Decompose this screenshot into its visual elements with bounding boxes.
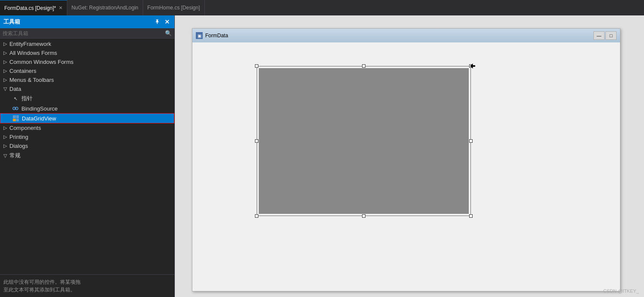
toolbox-search: 🔍 [0, 28, 174, 39]
form-maximize-button[interactable]: □ [605, 31, 617, 40]
close-icon[interactable]: ✕ [163, 18, 171, 25]
category-menus-toolbars-label: Menus & Toolbars [9, 77, 54, 83]
sidebar-item-entity-framework[interactable]: ▷ EntityFramework [0, 39, 174, 48]
tab-bar: FormData.cs [Design]* ✕ NuGet: Registrat… [0, 0, 644, 15]
arrow-icon: ▷ [3, 134, 7, 140]
sidebar-item-menus-toolbars[interactable]: ▷ Menus & Toolbars [0, 75, 174, 84]
tab-form-data[interactable]: FormData.cs [Design]* ✕ [0, 0, 67, 15]
toolbox-header-left: 工具箱 [3, 18, 20, 26]
sidebar-item-common-windows-forms[interactable]: ▷ Common Windows Forms [0, 57, 174, 66]
handle-top-center[interactable] [362, 64, 365, 68]
sidebar-item-data[interactable]: ▽ Data [0, 84, 174, 93]
search-input[interactable] [3, 30, 165, 36]
handle-bottom-center[interactable] [362, 214, 365, 218]
sidebar-item-general[interactable]: ▽ 常规 [0, 150, 174, 161]
main-area: 工具箱 🖈 ✕ 🔍 ▷ EntityFramework ▷ All Window… [0, 15, 644, 297]
item-binding-source-label: BindingSource [21, 105, 58, 112]
handle-top-right[interactable] [469, 64, 473, 68]
tab-form-data-label: FormData.cs [Design]* [4, 5, 56, 11]
cursor-icon: ↖ [12, 95, 19, 102]
arrow-icon: ▷ [3, 125, 7, 131]
arrow-icon: ▷ [3, 59, 7, 65]
sidebar-item-containers[interactable]: ▷ Containers [0, 66, 174, 75]
form-icon: ▣ [196, 32, 203, 39]
tab-form-data-close[interactable]: ✕ [59, 5, 63, 11]
design-canvas[interactable]: ▣ FormData — □ [175, 15, 644, 297]
arrow-icon: ▽ [3, 86, 7, 92]
category-data-label: Data [9, 86, 21, 92]
toolbox-item-binding-source[interactable]: BindingSource [0, 104, 174, 113]
form-icon-symbol: ▣ [198, 33, 201, 38]
handle-top-left[interactable] [255, 64, 258, 68]
toolbox-item-pointer[interactable]: ↖ 指针 [0, 93, 174, 104]
sidebar-item-printing[interactable]: ▷ Printing [0, 132, 174, 141]
tab-form-home-label: FormHome.cs [Design] [147, 5, 200, 11]
datagridview-icon [12, 115, 19, 122]
arrow-icon: ▽ [3, 153, 7, 159]
toolbox-panel: 工具箱 🖈 ✕ 🔍 ▷ EntityFramework ▷ All Window… [0, 15, 175, 297]
toolbox-footer-text: 此组中没有可用的控件。将某项拖至此文本可将其添加到工具箱。 [3, 279, 81, 293]
pin-icon[interactable]: 🖈 [153, 18, 162, 25]
toolbox-header: 工具箱 🖈 ✕ [0, 15, 174, 28]
category-entity-framework-label: EntityFramework [9, 41, 51, 47]
toolbox-items[interactable]: ▷ EntityFramework ▷ All Windows Forms ▷ … [0, 39, 174, 274]
handle-middle-right[interactable] [469, 139, 473, 143]
handle-middle-left[interactable] [255, 139, 258, 143]
category-components-label: Components [9, 125, 41, 131]
category-general-label: 常规 [9, 152, 21, 159]
toolbox-title: 工具箱 [3, 18, 20, 26]
category-printing-label: Printing [9, 134, 28, 140]
category-common-windows-forms-label: Common Windows Forms [9, 59, 74, 65]
arrow-icon: ▷ [3, 143, 7, 149]
sidebar-item-dialogs[interactable]: ▷ Dialogs [0, 141, 174, 150]
form-title: FormData [205, 33, 591, 39]
arrow-icon: ▷ [3, 41, 7, 47]
toolbox-item-datagridview[interactable]: DataGridView [0, 113, 174, 123]
item-pointer-label: 指针 [21, 95, 33, 102]
binding-source-icon [12, 105, 19, 112]
handle-bottom-right[interactable] [469, 214, 473, 218]
tab-nuget[interactable]: NuGet: RegistrationAndLogin [67, 0, 143, 15]
arrow-icon: ▷ [3, 77, 7, 83]
maximize-icon: □ [610, 33, 613, 38]
watermark-text: CSDN @ITKEY_ [603, 288, 639, 294]
sidebar-item-all-windows-forms[interactable]: ▷ All Windows Forms [0, 48, 174, 57]
datagridview-control[interactable] [259, 68, 469, 214]
search-icon: 🔍 [165, 30, 172, 36]
form-minimize-button[interactable]: — [593, 31, 605, 40]
sidebar-item-components[interactable]: ▷ Components [0, 123, 174, 132]
category-containers-label: Containers [9, 68, 36, 74]
item-datagridview-label: DataGridView [22, 115, 56, 122]
form-titlebar: ▣ FormData — □ [192, 29, 620, 42]
tab-form-home[interactable]: FormHome.cs [Design] [143, 0, 205, 15]
resize-arrow-icon [470, 63, 475, 69]
tab-nuget-label: NuGet: RegistrationAndLogin [72, 5, 138, 11]
watermark: CSDN @ITKEY_ [603, 288, 639, 294]
category-dialogs-label: Dialogs [9, 143, 28, 149]
minimize-icon: — [597, 33, 602, 38]
handle-bottom-left[interactable] [255, 214, 258, 218]
arrow-icon: ▷ [3, 50, 7, 56]
form-window: ▣ FormData — □ [192, 28, 620, 291]
toolbox-footer: 此组中没有可用的控件。将某项拖至此文本可将其添加到工具箱。 [0, 274, 174, 297]
arrow-icon: ▷ [3, 68, 7, 74]
form-titlebar-buttons: — □ [593, 31, 617, 40]
toolbox-header-icons: 🖈 ✕ [153, 18, 171, 25]
form-body[interactable] [192, 42, 620, 291]
category-all-windows-forms-label: All Windows Forms [9, 50, 57, 56]
